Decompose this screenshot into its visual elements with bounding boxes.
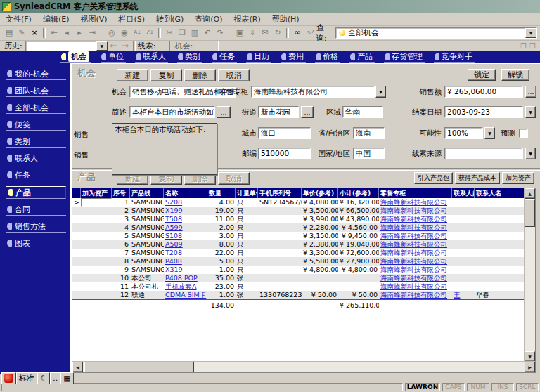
column-header[interactable]: 计量单位: [236, 188, 258, 198]
scroll-down-icon[interactable]: ▼: [525, 351, 535, 362]
region-input[interactable]: 华南: [342, 106, 383, 118]
menu-item[interactable]: 查询(Q): [189, 14, 228, 25]
table-row[interactable]: 8SAMSUNGP4085.00只¥ 5,580.00¥ 27,900.00海南…: [72, 257, 525, 266]
cell-link[interactable]: X199: [164, 207, 207, 215]
menu-item[interactable]: 转到(G): [150, 14, 189, 25]
column-header[interactable]: 加为资产: [81, 188, 112, 198]
help-pointer-icon[interactable]: ↖?: [304, 27, 316, 39]
scroll-right-icon[interactable]: ▶: [525, 362, 535, 372]
sidebar-item[interactable]: 产品: [6, 186, 66, 199]
retail-counter-input[interactable]: 海南蜂新科技有限公司: [251, 86, 375, 98]
sidebar-item[interactable]: 类别: [6, 136, 66, 148]
cell-link[interactable]: 海南蜂新科技有限公司: [379, 232, 452, 240]
tab-item[interactable]: 产品: [348, 51, 376, 63]
ime-punctuation-icon[interactable]: ‥: [50, 372, 60, 384]
cell-link[interactable]: P408: [164, 257, 207, 266]
lead-source-dropdown-icon[interactable]: ▼: [525, 148, 536, 159]
cell-link[interactable]: 海南蜂新科技有限公司: [379, 257, 452, 266]
table-row[interactable]: 10本公司P408 POP35.00张海南蜂新科技有限公司: [72, 274, 525, 282]
copy-icon[interactable]: ❐: [176, 27, 188, 39]
edit-record-icon[interactable]: ✎: [15, 27, 28, 39]
refresh-icon[interactable]: ↻: [271, 27, 284, 39]
table-row[interactable]: 9SAMSUNGX3191.00只¥ 4,800.00¥ 4,800.00海南蜂…: [72, 266, 525, 274]
sidebar-item[interactable]: 合同: [6, 204, 66, 216]
cell-link[interactable]: CDMA SIM卡: [164, 291, 207, 299]
print-icon[interactable]: ▣: [233, 27, 246, 39]
scroll-up-icon[interactable]: ▲: [525, 188, 535, 199]
cell-link[interactable]: 海南蜂新科技有限公司: [379, 291, 452, 299]
tab-item[interactable]: 价格: [314, 51, 342, 63]
cell-link[interactable]: S108: [164, 232, 207, 240]
menu-item[interactable]: 报表(R): [229, 14, 266, 25]
tab-item[interactable]: 单位: [99, 51, 127, 63]
probability-input[interactable]: 100%: [444, 127, 483, 139]
column-header[interactable]: 数量: [207, 188, 236, 198]
cut-icon[interactable]: ✂: [163, 27, 176, 39]
paste-icon[interactable]: ▥: [188, 27, 201, 39]
zoom-icon[interactable]: ◎: [105, 27, 118, 39]
new-record-icon[interactable]: ▤: [3, 27, 15, 39]
table-row[interactable]: >1SAMSUNGS2084.00只SN1234567/68/¥ 4,080.0…: [72, 198, 525, 207]
cell-link[interactable]: T208: [164, 249, 207, 257]
cell-link[interactable]: S208: [164, 198, 207, 207]
mail-icon[interactable]: ✉: [259, 27, 271, 39]
previous-record-icon[interactable]: ◂: [60, 27, 73, 39]
first-record-icon[interactable]: ⇤: [48, 27, 60, 39]
column-header[interactable]: 序号: [112, 188, 130, 198]
column-header[interactable]: 零售专柜: [379, 188, 452, 198]
menu-item[interactable]: 文件(F): [0, 14, 37, 25]
sales-amount-browse-button[interactable]: …: [525, 86, 536, 98]
sidebar-item[interactable]: 团队-机会: [6, 85, 66, 97]
street-input[interactable]: 新市花园: [258, 106, 299, 118]
opportunity-action-button[interactable]: 新建: [117, 69, 148, 81]
lock-button[interactable]: 锁定: [468, 69, 496, 81]
sidebar-item[interactable]: 便笺: [6, 119, 66, 131]
vertical-scrollbar[interactable]: ▲ ▼: [524, 188, 535, 362]
tab-item[interactable]: 类别: [176, 51, 204, 63]
cell-link[interactable]: P408 POP: [164, 274, 207, 282]
undo-icon[interactable]: ↶: [201, 27, 214, 39]
cell-link[interactable]: A599: [164, 223, 207, 232]
tab-item[interactable]: 竞争对手: [432, 51, 476, 63]
tab-item[interactable]: 联系人: [134, 51, 169, 63]
cell-link[interactable]: 手机皮套A: [164, 282, 207, 291]
country-input[interactable]: 中国: [353, 148, 385, 159]
export-icon[interactable]: ⇓: [246, 27, 259, 39]
tab-item[interactable]: 存货管理: [382, 51, 426, 63]
sidebar-item[interactable]: 全部-机会: [6, 102, 66, 114]
delete-record-icon[interactable]: ×: [28, 27, 41, 39]
scroll-left-icon[interactable]: ◀: [72, 362, 83, 372]
column-header[interactable]: 单价(参考): [302, 188, 338, 198]
menu-item[interactable]: 视图(V): [75, 14, 112, 25]
ime-mode-button[interactable]: 标准: [16, 372, 37, 384]
product-tool-button[interactable]: 获得产品成本: [455, 172, 500, 184]
table-row[interactable]: 6SAMSUNGA5098.00只¥ 2,380.00¥ 19,040.00海南…: [72, 240, 525, 249]
cell-link[interactable]: 海南蜂新科技有限公司: [379, 282, 452, 291]
cell-link[interactable]: 海南蜂新科技有限公司: [379, 266, 452, 274]
query-dropdown-icon[interactable]: ▼: [525, 28, 536, 38]
column-header[interactable]: 产品线: [130, 188, 164, 198]
cell-link[interactable]: 海南蜂新科技有限公司: [379, 274, 452, 282]
table-row[interactable]: 5SAMSUNGS1083.00只¥ 3,150.00¥ 9,450.00海南蜂…: [72, 232, 525, 240]
table-row[interactable]: 7SAMSUNGT20822.00只¥ 3,300.00¥ 72,600.00海…: [72, 249, 525, 257]
menu-item[interactable]: 编辑(E): [37, 14, 75, 25]
product-tool-button[interactable]: 引入产品包: [414, 172, 453, 184]
ime-fullhalf-icon[interactable]: ☾: [37, 372, 50, 384]
close-date-dropdown-icon[interactable]: ▼: [525, 106, 536, 118]
cell-link[interactable]: 海南蜂新科技有限公司: [379, 207, 452, 215]
ime-keyboard-icon[interactable]: ▦: [60, 372, 73, 384]
unlock-button[interactable]: 解锁: [501, 69, 529, 81]
column-header[interactable]: 名称: [164, 188, 207, 198]
redo-icon[interactable]: ↷: [214, 27, 226, 39]
zip-input[interactable]: 510000: [258, 148, 311, 159]
cell-link[interactable]: 海南蜂新科技有限公司: [379, 223, 452, 232]
history-dropdown-icon[interactable]: ▼: [96, 41, 108, 51]
print-preview-icon[interactable]: ◉: [118, 27, 131, 39]
sidebar-item[interactable]: 我的-机会: [6, 68, 66, 80]
sidebar-item[interactable]: 任务: [6, 169, 66, 181]
city-input[interactable]: 海口: [258, 127, 311, 139]
cell-link[interactable]: 王: [452, 291, 475, 299]
column-header[interactable]: 手机序列号: [258, 188, 302, 198]
ime-logo[interactable]: [1, 372, 16, 384]
find-icon[interactable]: ∞: [291, 27, 304, 39]
